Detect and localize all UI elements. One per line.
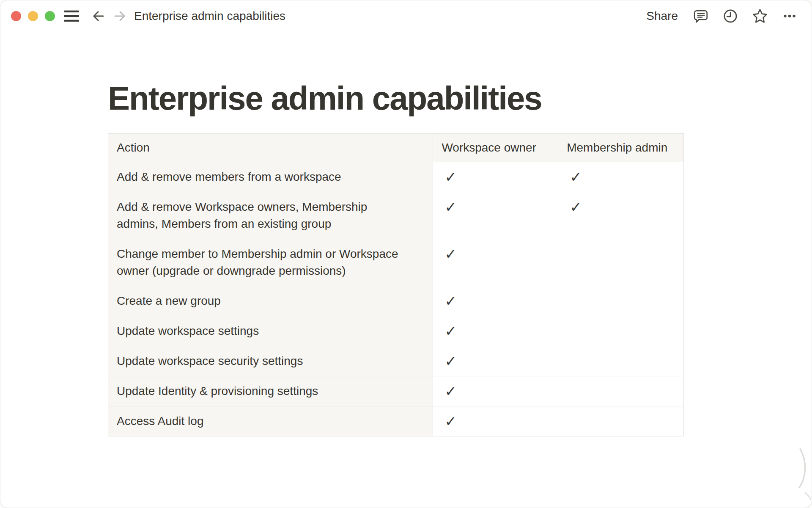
table-row: Update workspace security settings ✓ bbox=[108, 346, 684, 376]
forward-arrow-icon[interactable] bbox=[111, 7, 128, 25]
membership-admin-check-cell[interactable] bbox=[558, 406, 684, 436]
traffic-lights bbox=[11, 11, 55, 21]
workspace-owner-check-cell[interactable]: ✓ bbox=[433, 406, 558, 436]
table-row: Add & remove members from a workspace ✓ … bbox=[108, 162, 684, 192]
action-cell[interactable]: Add & remove Workspace owners, Membershi… bbox=[108, 192, 433, 239]
topbar-actions: Share bbox=[645, 7, 798, 25]
action-cell[interactable]: Update workspace security settings bbox=[108, 346, 433, 376]
action-cell[interactable]: Access Audit log bbox=[108, 406, 433, 436]
comment-bubble-icon[interactable] bbox=[692, 7, 709, 25]
workspace-owner-check-cell[interactable]: ✓ bbox=[433, 192, 558, 239]
membership-admin-check-cell[interactable] bbox=[558, 316, 684, 346]
share-button[interactable]: Share bbox=[645, 7, 680, 25]
workspace-owner-check-cell[interactable]: ✓ bbox=[433, 286, 558, 316]
workspace-owner-check-cell[interactable]: ✓ bbox=[433, 376, 558, 406]
table-row: Change member to Membership admin or Wor… bbox=[108, 239, 684, 286]
column-header-action[interactable]: Action bbox=[108, 134, 433, 162]
close-window-button[interactable] bbox=[11, 11, 21, 21]
action-cell[interactable]: Add & remove members from a workspace bbox=[108, 162, 433, 192]
membership-admin-check-cell[interactable] bbox=[558, 286, 684, 316]
table-row: Update Identity & provisioning settings … bbox=[108, 376, 684, 406]
capabilities-table: Action Workspace owner Membership admin … bbox=[108, 133, 684, 436]
table-row: Access Audit log ✓ bbox=[108, 406, 684, 436]
membership-admin-check-cell[interactable]: ✓ bbox=[558, 162, 684, 192]
ellipsis-more-icon[interactable] bbox=[781, 7, 798, 25]
table-row: Update workspace settings ✓ bbox=[108, 316, 684, 346]
notion-window: Enterprise admin capabilities Share bbox=[0, 0, 812, 508]
workspace-owner-check-cell[interactable]: ✓ bbox=[433, 162, 558, 192]
clock-history-icon[interactable] bbox=[722, 7, 739, 25]
zoom-window-button[interactable] bbox=[45, 11, 55, 21]
action-cell[interactable]: Change member to Membership admin or Wor… bbox=[108, 239, 433, 286]
action-cell[interactable]: Create a new group bbox=[108, 286, 433, 316]
page-title[interactable]: Enterprise admin capabilities bbox=[108, 78, 812, 118]
back-arrow-icon[interactable] bbox=[90, 7, 107, 25]
hamburger-menu-icon[interactable] bbox=[63, 7, 80, 25]
minimize-window-button[interactable] bbox=[28, 11, 38, 21]
table-header-row: Action Workspace owner Membership admin bbox=[108, 134, 684, 162]
membership-admin-check-cell[interactable]: ✓ bbox=[558, 192, 684, 239]
membership-admin-check-cell[interactable] bbox=[558, 376, 684, 406]
action-cell[interactable]: Update Identity & provisioning settings bbox=[108, 376, 433, 406]
star-favorite-icon[interactable] bbox=[752, 7, 768, 25]
table-row: Add & remove Workspace owners, Membershi… bbox=[108, 192, 684, 239]
breadcrumb[interactable]: Enterprise admin capabilities bbox=[134, 0, 285, 32]
page-content: Enterprise admin capabilities Action Wor… bbox=[0, 78, 812, 436]
membership-admin-check-cell[interactable] bbox=[558, 346, 684, 376]
workspace-owner-check-cell[interactable]: ✓ bbox=[433, 316, 558, 346]
workspace-owner-check-cell[interactable]: ✓ bbox=[433, 239, 558, 286]
decorative-curve bbox=[794, 445, 811, 500]
workspace-owner-check-cell[interactable]: ✓ bbox=[433, 346, 558, 376]
action-cell[interactable]: Update workspace settings bbox=[108, 316, 433, 346]
column-header-membership-admin[interactable]: Membership admin bbox=[558, 134, 684, 162]
topbar: Enterprise admin capabilities Share bbox=[0, 0, 812, 32]
membership-admin-check-cell[interactable] bbox=[558, 239, 684, 286]
column-header-workspace-owner[interactable]: Workspace owner bbox=[433, 134, 558, 162]
table-row: Create a new group ✓ bbox=[108, 286, 684, 316]
